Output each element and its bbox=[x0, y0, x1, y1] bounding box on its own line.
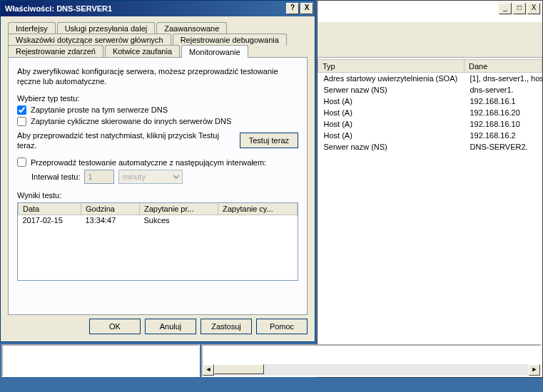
result-time: 13:34:47 bbox=[81, 215, 140, 226]
scroll-track[interactable] bbox=[214, 364, 529, 376]
checkbox-recursive-query-label: Zapytanie cykliczne skierowane do innych… bbox=[31, 117, 231, 125]
tab-forwarders[interactable]: Usługi przesyłania dalej bbox=[57, 22, 156, 34]
results-header-simple[interactable]: Zapytanie pr... bbox=[140, 203, 218, 215]
test-now-button[interactable]: Testuj teraz bbox=[240, 133, 298, 148]
toolbar-area bbox=[318, 22, 542, 58]
test-now-text: Aby przeprowadzić test natychmiast, klik… bbox=[17, 130, 240, 151]
results-label: Wyniki testu: bbox=[17, 191, 298, 200]
scroll-right-arrow-icon[interactable]: ► bbox=[529, 364, 540, 376]
dns-record-row[interactable]: Host (A)192.168.16.1 bbox=[318, 96, 542, 107]
results-header-date[interactable]: Data bbox=[19, 203, 81, 215]
tab-content-monitoring: Aby zweryfikować konfigurację serwera, m… bbox=[8, 57, 308, 315]
instruction-text: Aby zweryfikować konfigurację serwera, m… bbox=[17, 66, 298, 87]
help-button[interactable]: ? bbox=[286, 3, 299, 14]
help-button[interactable]: Pomoc bbox=[256, 319, 308, 334]
tab-debug-logging[interactable]: Rejestrowanie debugowania bbox=[173, 33, 287, 46]
window-controls: _ □ X bbox=[498, 2, 541, 15]
dns-record-row[interactable]: Serwer nazw (NS)dns-server1. bbox=[318, 84, 542, 96]
dns-record-row[interactable]: Host (A)192.168.16.2 bbox=[318, 130, 542, 141]
interval-value-input bbox=[84, 170, 114, 184]
bottom-pane-right: ◄ ► bbox=[201, 344, 542, 377]
dns-record-row[interactable]: Host (A)192.168.16.10 bbox=[318, 118, 542, 130]
column-header-data[interactable]: Dane bbox=[465, 60, 542, 73]
results-header-time[interactable]: Godzina bbox=[81, 203, 140, 215]
dialog-titlebar[interactable]: Właściwości: DNS-SERVER1 ? X bbox=[1, 1, 315, 16]
dialog-title: Właściwości: DNS-SERVER1 bbox=[5, 4, 285, 13]
checkbox-auto-test[interactable] bbox=[17, 158, 26, 167]
horizontal-scrollbar[interactable]: ◄ ► bbox=[203, 364, 540, 376]
results-header-recursive[interactable]: Zapytanie cy... bbox=[218, 203, 298, 215]
scroll-left-arrow-icon[interactable]: ◄ bbox=[203, 364, 214, 376]
maximize-button[interactable]: □ bbox=[513, 3, 526, 14]
dns-records-list: Typ Dane Adres startowy uwierzytelnienia… bbox=[318, 59, 542, 363]
apply-button[interactable]: Zastosuj bbox=[201, 319, 252, 334]
checkbox-simple-query-label: Zapytanie proste na tym serwerze DNS bbox=[31, 105, 168, 114]
cancel-button[interactable]: Anuluj bbox=[145, 319, 196, 334]
dns-record-row[interactable]: Adres startowy uwierzytelnienia (SOA)[1]… bbox=[318, 73, 542, 84]
ok-button[interactable]: OK bbox=[89, 319, 141, 334]
dns-record-row[interactable]: Serwer nazw (NS)DNS-SERVER2. bbox=[318, 141, 542, 153]
tab-trust-anchors[interactable]: Kotwice zaufania bbox=[105, 45, 180, 58]
result-recursive bbox=[218, 215, 298, 226]
results-row[interactable]: 2017-02-15 13:34:47 Sukces bbox=[19, 215, 298, 226]
scroll-thumb[interactable] bbox=[214, 364, 264, 374]
interval-unit-select: minuty bbox=[118, 170, 183, 184]
bottom-pane-left bbox=[1, 344, 200, 377]
result-date: 2017-02-15 bbox=[19, 215, 81, 226]
interval-label: Interwał testu: bbox=[31, 172, 80, 181]
dns-record-row[interactable]: Host (A)192.168.16.20 bbox=[318, 107, 542, 118]
dialog-buttons: OK Anuluj Zastosuj Pomoc bbox=[89, 319, 308, 334]
tab-root-hints[interactable]: Wskazówki dotyczące serwerów głównych bbox=[8, 33, 171, 46]
tab-interfaces[interactable]: Interfejsy bbox=[8, 22, 56, 34]
tab-advanced[interactable]: Zaawansowane bbox=[156, 22, 227, 34]
select-test-type-label: Wybierz typ testu: bbox=[17, 94, 298, 103]
tab-event-logging[interactable]: Rejestrowanie zdarzeń bbox=[8, 45, 103, 58]
minimize-button[interactable]: _ bbox=[499, 3, 512, 14]
tab-monitoring[interactable]: Monitorowanie bbox=[181, 45, 248, 58]
dns-records-panel: _ □ X Typ Dane Adres startowy uwierzytel… bbox=[317, 0, 543, 378]
close-button[interactable]: X bbox=[300, 3, 313, 14]
column-header-type[interactable]: Typ bbox=[318, 60, 465, 73]
results-table: Data Godzina Zapytanie pr... Zapytanie c… bbox=[17, 202, 298, 281]
checkbox-simple-query[interactable] bbox=[17, 105, 26, 115]
result-simple: Sukces bbox=[140, 215, 218, 226]
properties-dialog: Właściwości: DNS-SERVER1 ? X Interfejsy … bbox=[0, 0, 315, 342]
close-window-button[interactable]: X bbox=[527, 3, 540, 14]
checkbox-recursive-query[interactable] bbox=[17, 117, 26, 126]
bottom-panes: ◄ ► bbox=[1, 344, 542, 377]
tabs-area: Interfejsy Usługi przesyłania dalej Zaaw… bbox=[1, 16, 315, 319]
checkbox-auto-test-label: Przeprowadź testowanie automatyczne z na… bbox=[31, 158, 266, 167]
